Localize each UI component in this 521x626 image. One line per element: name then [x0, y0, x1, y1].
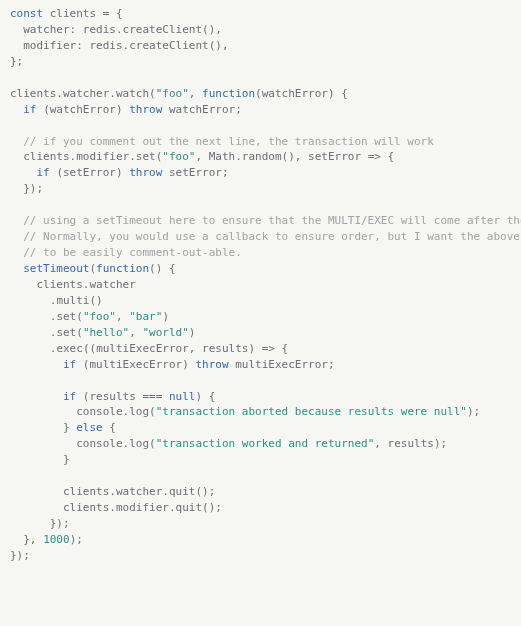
- code-token: function: [96, 262, 149, 275]
- code-token: });: [10, 549, 30, 562]
- code-token: multi: [56, 294, 89, 307]
- code-token: ) {: [328, 87, 348, 100]
- code-token: set: [56, 326, 76, 339]
- code-token: "foo": [83, 310, 116, 323]
- code-token: if: [37, 166, 50, 179]
- code-token: .: [116, 23, 123, 36]
- code-token: .: [109, 485, 116, 498]
- code-token: 1000: [43, 533, 70, 546]
- code-token: .: [235, 150, 242, 163]
- code-token: clients: [43, 7, 103, 20]
- code-token: if: [63, 390, 76, 403]
- code-token: setError: [162, 166, 222, 179]
- code-token: .: [169, 501, 176, 514]
- code-token: .: [162, 485, 169, 498]
- code-token: :: [76, 39, 83, 52]
- code-token: (: [149, 437, 156, 450]
- code-token: console: [10, 437, 123, 450]
- code-token: results: [89, 390, 142, 403]
- code-token: multiExecError: [96, 342, 189, 355]
- code-token: results: [388, 437, 434, 450]
- code-token: ();: [195, 485, 215, 498]
- code-token: {: [103, 421, 116, 434]
- code-token: [10, 310, 50, 323]
- code-token: [10, 390, 63, 403]
- code-token: multiExecError: [229, 358, 328, 371]
- code-token: setTimeout: [23, 262, 89, 275]
- code-token: // to be easily comment-out-able.: [23, 246, 242, 259]
- code-token: [10, 230, 23, 243]
- code-token: ,: [116, 310, 129, 323]
- code-token: null: [169, 390, 196, 403]
- code-token: throw: [195, 358, 228, 371]
- code-token: random: [242, 150, 282, 163]
- code-token: (: [56, 166, 63, 179]
- code-token: results: [202, 342, 248, 355]
- code-token: [10, 342, 50, 355]
- code-token: );: [434, 437, 447, 450]
- code-token: ;: [235, 103, 242, 116]
- code-token: [10, 294, 50, 307]
- code-token: ===: [142, 390, 162, 403]
- code-token: ): [116, 166, 129, 179]
- code-token: multiExecError: [89, 358, 182, 371]
- code-token: watcher: [116, 485, 162, 498]
- code-token: "hello": [83, 326, 129, 339]
- code-token: [10, 135, 23, 148]
- code-token: [76, 358, 83, 371]
- code-token: .: [109, 501, 116, 514]
- code-token: watcher: [89, 278, 135, 291]
- code-token: }: [63, 421, 76, 434]
- code-token: => {: [361, 150, 394, 163]
- code-token: ();: [202, 501, 222, 514]
- code-token: [76, 390, 83, 403]
- code-token: ): [162, 310, 169, 323]
- code-token: ): [189, 326, 196, 339]
- code-token: (: [149, 87, 156, 100]
- code-token: ;: [328, 358, 335, 371]
- code-token: [10, 103, 23, 116]
- code-token: ): [116, 103, 129, 116]
- code-token: ,: [189, 87, 202, 100]
- code-token: quit: [169, 485, 196, 498]
- code-token: set: [56, 310, 76, 323]
- code-token: [109, 7, 116, 20]
- code-token: watch: [116, 87, 149, 100]
- code-token: clients: [10, 501, 109, 514]
- code-token: set: [136, 150, 156, 163]
- code-token: modifier: [10, 39, 76, 52]
- code-token: ((: [83, 342, 96, 355]
- code-token: "transaction aborted because results wer…: [156, 405, 467, 418]
- code-token: watcher: [10, 23, 70, 36]
- code-token: },: [23, 533, 43, 546]
- code-token: (: [149, 405, 156, 418]
- code-token: [10, 246, 23, 259]
- code-token: ,: [195, 150, 208, 163]
- code-token: {: [116, 7, 123, 20]
- code-token: // Normally, you would use a callback to…: [23, 230, 521, 243]
- code-token: console: [10, 405, 123, 418]
- code-token: if: [63, 358, 76, 371]
- code-token: (: [255, 87, 262, 100]
- code-token: ,: [129, 326, 142, 339]
- code-token: setError: [308, 150, 361, 163]
- code-token: exec: [56, 342, 83, 355]
- code-token: log: [129, 405, 149, 418]
- code-token: watchError: [50, 103, 116, 116]
- code-token: modifier: [116, 501, 169, 514]
- code-token: log: [129, 437, 149, 450]
- code-token: [10, 421, 63, 434]
- code-token: watchError: [162, 103, 235, 116]
- code-token: (: [76, 310, 83, 323]
- code-token: (): [90, 294, 103, 307]
- code-token: () {: [149, 262, 176, 275]
- code-token: (),: [209, 39, 229, 52]
- code-token: (),: [282, 150, 309, 163]
- code-token: "foo": [162, 150, 195, 163]
- code-token: watchError: [262, 87, 328, 100]
- code-token: [10, 533, 23, 546]
- code-token: [10, 453, 63, 466]
- code-token: "world": [142, 326, 188, 339]
- code-token: [10, 214, 23, 227]
- code-token: ,: [374, 437, 387, 450]
